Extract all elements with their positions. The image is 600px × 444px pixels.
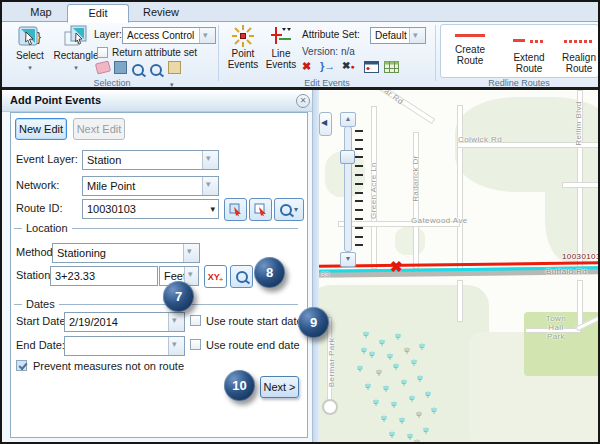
slider-tick: [355, 192, 363, 194]
attribute-set-dropdown-arrow[interactable]: [409, 28, 425, 43]
new-edit-button[interactable]: New Edit: [15, 118, 67, 140]
version-text: Version: n/a: [302, 46, 355, 57]
marsh-tuft: ψ: [414, 438, 420, 442]
ribbon: } Select Rectangle Layer: Access Control…: [2, 22, 598, 87]
next-button[interactable]: Next >: [260, 376, 299, 398]
marsh-tuft: ψ: [383, 384, 389, 392]
callout-8: 8: [254, 257, 285, 288]
return-attribute-set-checkbox[interactable]: [97, 47, 108, 58]
rectangle-tool-button[interactable]: Rectangle: [52, 24, 100, 72]
road-east: [562, 182, 598, 188]
line-events-button[interactable]: Line Events: [262, 24, 300, 70]
attribute-set-combobox[interactable]: Default: [370, 27, 426, 44]
start-date-label: Start Date:: [16, 315, 69, 327]
marsh-tuft: ψ: [416, 410, 422, 418]
merge-events-icon[interactable]: }→: [320, 60, 335, 72]
layer-label: Layer:: [94, 29, 122, 40]
next-edit-button[interactable]: Next Edit: [73, 118, 125, 140]
layer-dropdown-arrow[interactable]: [199, 28, 215, 43]
event-layer-combobox[interactable]: Station: [82, 150, 219, 170]
event-layer-dropdown-arrow[interactable]: [202, 151, 218, 169]
select-all-icon[interactable]: [114, 61, 127, 74]
units-value: Feet: [164, 270, 186, 282]
rectangle-icon: [63, 24, 89, 50]
select-route-alternate-button[interactable]: [249, 198, 272, 221]
tab-map[interactable]: Map: [16, 4, 66, 20]
select-dropdown-arrow[interactable]: [28, 61, 32, 72]
use-route-end-date-checkbox[interactable]: [190, 339, 201, 350]
zoom-in-button[interactable]: ▲: [340, 112, 356, 127]
select-icon: }: [17, 24, 43, 50]
network-label: Network:: [16, 179, 59, 191]
slider-tick: [355, 183, 363, 185]
layer-value: Access Control: [127, 30, 194, 41]
close-icon[interactable]: [296, 94, 310, 108]
marsh-tuft: ψ: [389, 430, 395, 438]
marsh-tuft: ψ: [373, 398, 379, 406]
marsh-tuft: ψ: [404, 346, 410, 354]
marsh-tuft: ψ: [409, 394, 415, 402]
use-route-start-date-label: Use route start date: [206, 315, 303, 327]
slider-tick: [355, 200, 363, 202]
method-dropdown-arrow[interactable]: [183, 244, 199, 262]
select-route-on-map-button[interactable]: [224, 198, 247, 221]
start-date-dropdown-arrow[interactable]: [168, 313, 184, 331]
start-date-combobox[interactable]: 2/19/2014: [64, 312, 185, 332]
create-route-icon: [455, 34, 485, 37]
delete-event-icon[interactable]: ✖: [302, 60, 311, 73]
ribbon-tabbar: Map Edit Review: [2, 2, 598, 22]
marsh-tuft: ψ: [357, 364, 363, 372]
group-divider: [218, 25, 219, 81]
magnifier-icon: [236, 271, 248, 283]
marsh-tuft: ψ: [369, 350, 375, 358]
select-route-icon: [229, 203, 243, 217]
network-dropdown-arrow[interactable]: [202, 177, 218, 195]
create-route-button[interactable]: Create Route: [444, 34, 496, 66]
rectangle-label: Rectangle: [53, 50, 98, 61]
collapse-panel-tab[interactable]: [319, 112, 332, 136]
prevent-measures-label: Prevent measures not on route: [33, 360, 184, 372]
select-tool-button[interactable]: } Select: [8, 24, 52, 72]
station-label: Station:: [16, 269, 53, 281]
tab-review[interactable]: Review: [133, 4, 189, 20]
slider-tick: [355, 218, 363, 220]
map-canvas[interactable]: ar Rd Colwick Rd Rellim Blvd Green Acre …: [319, 90, 598, 442]
marsh-tuft: ψ: [407, 432, 413, 440]
station-input[interactable]: 3+23.33: [50, 266, 158, 286]
split-event-icon[interactable]: ✖●: [342, 60, 355, 71]
location-section-divider: Location: [14, 222, 298, 234]
event-table-icon[interactable]: [384, 61, 399, 73]
xy-coordinates-button[interactable]: XY +: [204, 265, 227, 288]
group-divider: [435, 25, 436, 81]
slider-tick: [355, 130, 363, 132]
tab-edit[interactable]: Edit: [67, 4, 129, 23]
clear-selection-icon[interactable]: [95, 60, 111, 74]
point-events-button[interactable]: Point Events: [224, 24, 262, 70]
event-window-icon[interactable]: [364, 61, 379, 73]
realign-route-button[interactable]: Realign Route: [560, 34, 598, 74]
layer-combobox[interactable]: Access Control: [122, 27, 216, 44]
map-vegetation-patch: [545, 152, 598, 262]
extend-route-button[interactable]: Extend Route: [502, 34, 556, 74]
callout-9: 9: [298, 307, 329, 338]
use-route-start-date-checkbox[interactable]: [190, 315, 201, 326]
network-combobox[interactable]: Mile Point: [82, 176, 219, 196]
end-date-combobox[interactable]: [64, 336, 185, 356]
zoom-slider-handle[interactable]: [340, 150, 355, 164]
attribute-set-label: Attribute Set:: [302, 29, 360, 40]
prevent-measures-checkbox[interactable]: [16, 360, 27, 371]
callout-10: 10: [224, 370, 255, 401]
zoom-slider-track[interactable]: [344, 126, 352, 252]
route-search-button[interactable]: ▾: [274, 198, 304, 221]
marsh-tuft: ψ: [425, 390, 431, 398]
route-id-combobox[interactable]: 10030103: [82, 199, 219, 219]
marsh-tuft: ψ: [365, 382, 371, 390]
route-search-dropdown-arrow[interactable]: ▾: [294, 205, 298, 214]
marsh-tuft: ψ: [381, 414, 387, 422]
zoom-out-button[interactable]: ▼: [340, 252, 356, 267]
method-combobox[interactable]: Stationing: [52, 243, 200, 263]
rectangle-dropdown-arrow[interactable]: [74, 61, 78, 72]
end-date-dropdown-arrow[interactable]: [168, 337, 184, 355]
station-search-button[interactable]: [230, 265, 253, 288]
event-layer-label: Event Layer:: [16, 153, 78, 165]
